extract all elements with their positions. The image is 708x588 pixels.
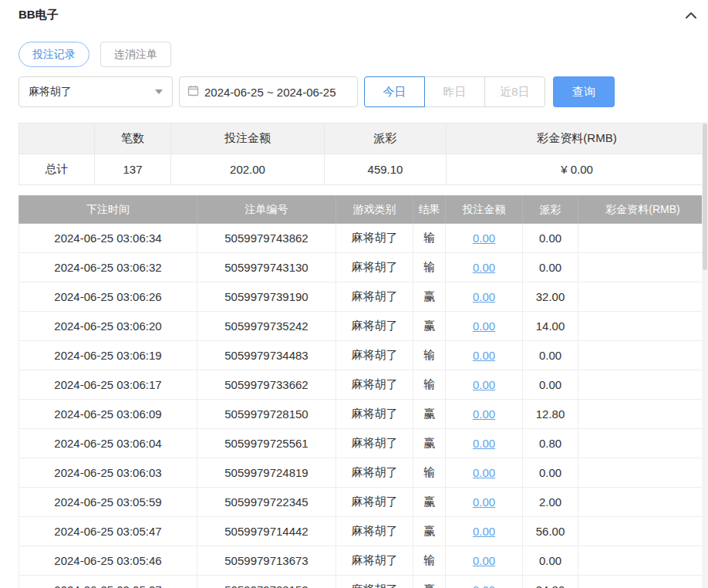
cell-order-id: 5059979713673 <box>197 546 336 576</box>
search-button[interactable]: 查询 <box>553 76 615 107</box>
col-header-payout: 派彩 <box>523 196 578 224</box>
table-row: 2024-06-25 03:06:09 5059979728150 麻将胡了 赢… <box>19 400 708 429</box>
table-row: 2024-06-25 03:05:59 5059979722345 麻将胡了 赢… <box>19 488 708 517</box>
bet-amount-link[interactable]: 0.00 <box>473 407 495 421</box>
chevron-up-icon <box>685 11 697 22</box>
cell-bonus <box>578 253 708 282</box>
cell-game-type: 麻将胡了 <box>336 370 413 400</box>
cell-result: 赢 <box>413 517 446 546</box>
cell-bet-time: 2024-06-25 03:05:47 <box>19 517 197 546</box>
cell-bet-time: 2024-06-25 03:06:17 <box>19 370 197 400</box>
cell-bonus <box>578 400 708 429</box>
cell-payout: 0.00 <box>523 341 578 370</box>
bet-amount-link[interactable]: 0.00 <box>473 437 495 450</box>
table-row: 2024-06-25 03:06:26 5059979739190 麻将胡了 赢… <box>19 282 708 312</box>
cell-bonus <box>578 488 708 517</box>
cell-bet-time: 2024-06-25 03:06:03 <box>19 458 197 488</box>
cell-bet-amount: 0.00 <box>446 253 523 282</box>
cell-bet-time: 2024-06-25 03:05:37 <box>19 576 197 588</box>
tab-cancelled-orders[interactable]: 连消注单 <box>100 42 171 67</box>
summary-header-row: 笔数 投注金额 派彩 彩金资料(RMB) <box>19 123 708 154</box>
bet-amount-link[interactable]: 0.00 <box>473 319 495 333</box>
game-select[interactable]: 麻将胡了 <box>19 76 173 107</box>
cell-game-type: 麻将胡了 <box>336 224 413 253</box>
bet-amount-link[interactable]: 0.00 <box>473 261 495 274</box>
cell-bet-time: 2024-06-25 03:05:59 <box>19 488 197 517</box>
summary-total-bet-amount: 202.00 <box>171 154 325 185</box>
table-row: 2024-06-25 03:05:46 5059979713673 麻将胡了 输… <box>19 546 708 576</box>
summary-total-count: 137 <box>95 154 171 185</box>
cell-order-id: 5059979725561 <box>197 429 336 458</box>
col-header-result: 结果 <box>413 196 446 224</box>
cell-order-id: 5059979714442 <box>197 517 336 546</box>
quick-range-last8days-button[interactable]: 近8日 <box>484 76 545 107</box>
summary-header-bet-amount: 投注金额 <box>171 123 325 154</box>
cell-bet-amount: 0.00 <box>446 370 523 400</box>
bet-amount-link[interactable]: 0.00 <box>473 231 495 245</box>
cell-payout: 0.00 <box>523 370 578 400</box>
cell-bonus <box>578 458 708 488</box>
cell-bet-amount: 0.00 <box>446 312 523 341</box>
cell-bonus <box>578 546 708 576</box>
cell-bonus <box>578 282 708 312</box>
cell-bonus <box>578 370 708 400</box>
cell-result: 输 <box>413 370 446 400</box>
cell-bet-time: 2024-06-25 03:06:34 <box>19 224 197 253</box>
bet-amount-link[interactable]: 0.00 <box>473 349 495 362</box>
cell-bet-amount: 0.00 <box>446 341 523 370</box>
table-row: 2024-06-25 03:06:19 5059979734483 麻将胡了 输… <box>19 341 708 370</box>
bet-amount-link[interactable]: 0.00 <box>473 466 495 479</box>
cell-game-type: 麻将胡了 <box>336 488 413 517</box>
cell-bet-amount: 0.00 <box>446 488 523 517</box>
bet-amount-link[interactable]: 0.00 <box>473 378 495 391</box>
cell-result: 输 <box>413 253 446 282</box>
cell-bonus <box>578 429 708 458</box>
quick-range-today-button[interactable]: 今日 <box>364 76 425 107</box>
scrollbar-thumb[interactable] <box>703 123 707 270</box>
quick-range-group: 今日 昨日 近8日 <box>364 76 545 107</box>
cell-game-type: 麻将胡了 <box>336 458 413 488</box>
bet-table: 下注时间 注单编号 游戏类别 结果 投注金额 派彩 彩金资料(RMB) 2024… <box>19 195 708 588</box>
cell-bet-amount: 0.00 <box>446 400 523 429</box>
collapse-button[interactable] <box>685 11 697 20</box>
bet-table-header-row: 下注时间 注单编号 游戏类别 结果 投注金额 派彩 彩金资料(RMB) <box>19 196 708 224</box>
col-header-bet-amount: 投注金额 <box>446 196 523 224</box>
cell-bet-amount: 0.00 <box>446 546 523 576</box>
game-select-value: 麻将胡了 <box>29 85 72 99</box>
summary-header-count: 笔数 <box>95 123 171 154</box>
cell-result: 赢 <box>413 282 446 312</box>
summary-total-label: 总计 <box>19 154 95 185</box>
tab-bet-records[interactable]: 投注记录 <box>19 42 89 67</box>
cell-bonus <box>578 224 708 253</box>
cell-payout: 0.00 <box>523 458 578 488</box>
cell-bet-amount: 0.00 <box>446 224 523 253</box>
cell-result: 赢 <box>413 429 446 458</box>
bet-amount-link[interactable]: 0.00 <box>473 554 495 567</box>
cell-result: 赢 <box>413 576 446 588</box>
cell-game-type: 麻将胡了 <box>336 400 413 429</box>
vertical-scrollbar[interactable] <box>702 122 708 588</box>
cell-order-id: 5059979734483 <box>197 341 336 370</box>
cell-bet-amount: 0.00 <box>446 576 523 588</box>
table-row: 2024-06-25 03:06:32 5059979743130 麻将胡了 输… <box>19 253 708 282</box>
cell-payout: 2.00 <box>523 488 578 517</box>
quick-range-yesterday-button[interactable]: 昨日 <box>424 76 485 107</box>
table-row: 2024-06-25 03:06:34 5059979743862 麻将胡了 输… <box>19 224 708 253</box>
cell-bet-amount: 0.00 <box>446 429 523 458</box>
title-row: BB电子 <box>0 0 708 22</box>
bet-amount-link[interactable]: 0.00 <box>473 525 495 538</box>
bet-amount-link[interactable]: 0.00 <box>473 583 495 588</box>
date-range-value: 2024-06-25 ~ 2024-06-25 <box>204 86 336 99</box>
cell-payout: 0.00 <box>523 224 578 253</box>
summary-header-blank <box>19 123 95 154</box>
bet-table-body: 2024-06-25 03:06:34 5059979743862 麻将胡了 输… <box>19 224 708 588</box>
cell-result: 赢 <box>413 488 446 517</box>
cell-result: 输 <box>413 224 446 253</box>
bet-amount-link[interactable]: 0.00 <box>473 495 495 509</box>
date-range-picker[interactable]: 2024-06-25 ~ 2024-06-25 <box>179 76 358 107</box>
cell-game-type: 麻将胡了 <box>336 253 413 282</box>
bet-amount-link[interactable]: 0.00 <box>473 290 495 303</box>
summary-total-payout: 459.10 <box>325 154 447 185</box>
cell-result: 输 <box>413 458 446 488</box>
cell-bet-amount: 0.00 <box>446 282 523 312</box>
